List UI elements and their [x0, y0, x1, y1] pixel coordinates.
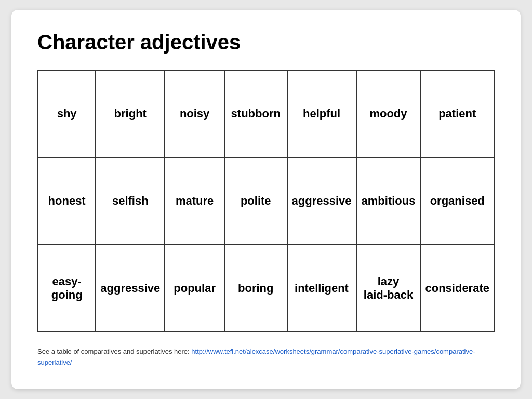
table-cell: considerate: [420, 245, 494, 332]
table-cell: honest: [38, 157, 96, 245]
table-cell: popular: [165, 245, 224, 332]
table-cell: organised: [420, 157, 494, 245]
table-cell: selfish: [96, 157, 165, 245]
table-cell: ambitious: [356, 157, 421, 245]
table-cell: boring: [224, 245, 287, 332]
table-cell: aggressive: [96, 245, 165, 332]
table-cell: easy-going: [38, 245, 96, 332]
footer: See a table of comparatives and superlat…: [37, 347, 495, 368]
footer-prefix: See a table of comparatives and superlat…: [37, 348, 191, 355]
page-title: Character adjectives: [37, 31, 495, 54]
table-cell: polite: [224, 157, 287, 245]
slide-container: Character adjectives shybrightnoisystubb…: [11, 10, 521, 389]
table-cell: noisy: [165, 70, 224, 157]
table-cell: aggressive: [287, 157, 356, 245]
table-cell: intelligent: [287, 245, 356, 332]
table-cell: patient: [420, 70, 494, 157]
table-cell: moody: [356, 70, 421, 157]
table-cell: shy: [38, 70, 96, 157]
table-cell: helpful: [287, 70, 356, 157]
table-cell: stubborn: [224, 70, 287, 157]
table-cell: lazylaid-back: [356, 245, 421, 332]
table-cell: mature: [165, 157, 224, 245]
adjectives-table: shybrightnoisystubbornhelpfulmoodypatien…: [37, 70, 495, 332]
table-cell: bright: [96, 70, 165, 157]
